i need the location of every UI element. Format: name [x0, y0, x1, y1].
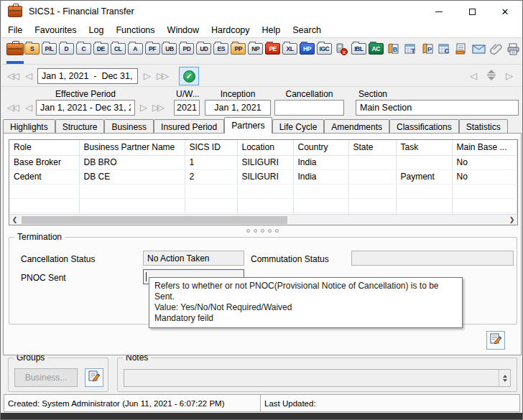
- table-cell[interactable]: DB CE: [79, 169, 185, 184]
- close-button[interactable]: ✕: [489, 1, 522, 22]
- table-cell[interactable]: [452, 184, 517, 198]
- pd-icon[interactable]: PD: [178, 41, 195, 61]
- confirm-button[interactable]: ✓: [179, 67, 199, 85]
- pe-icon[interactable]: PE: [264, 41, 281, 61]
- tab-amendments[interactable]: Amendments: [324, 119, 389, 134]
- menu-item[interactable]: Log: [89, 25, 104, 35]
- nav-right-button[interactable]: ▷: [506, 71, 513, 80]
- table-cell[interactable]: Base Broker: [9, 155, 79, 169]
- table-cell[interactable]: [348, 198, 396, 213]
- notes-field[interactable]: [124, 369, 511, 387]
- table-t-icon[interactable]: T: [402, 41, 419, 61]
- table-row[interactable]: CedentDB CE2SILIGURIIndiaPaymentNo: [9, 169, 517, 184]
- effective-period-field[interactable]: [36, 100, 135, 116]
- commutation-status-field[interactable]: [351, 251, 514, 266]
- table-row[interactable]: [9, 184, 517, 198]
- np-icon[interactable]: NP: [247, 41, 264, 61]
- uw-year-field[interactable]: [174, 100, 200, 116]
- scroll-left-icon[interactable]: ❮: [9, 216, 20, 223]
- tab-partners[interactable]: Partners: [224, 117, 272, 134]
- pf-icon[interactable]: PF: [144, 41, 161, 61]
- first-record-button[interactable]: ◁◁: [7, 71, 17, 80]
- menu-item[interactable]: Hardcopy: [211, 25, 250, 35]
- nav-left-button[interactable]: ◁: [470, 71, 477, 80]
- table-c-icon[interactable]: C: [437, 41, 453, 61]
- tab-structure[interactable]: Structure: [55, 119, 105, 134]
- paperclip-icon[interactable]: [488, 41, 504, 61]
- table-cell[interactable]: [396, 155, 452, 169]
- printer-icon[interactable]: [505, 41, 522, 61]
- splitter-handle[interactable]: [4, 228, 521, 233]
- table-cell[interactable]: [348, 155, 396, 169]
- table-cell[interactable]: Payment: [396, 169, 452, 184]
- updown-splitter-icon[interactable]: [487, 70, 496, 80]
- column-header[interactable]: Country: [293, 140, 348, 155]
- column-header[interactable]: Task: [396, 140, 452, 155]
- table-cell[interactable]: No: [452, 155, 517, 169]
- table-cell[interactable]: [452, 198, 517, 213]
- menu-item[interactable]: Functions: [116, 25, 154, 35]
- column-header[interactable]: SICS ID: [185, 140, 237, 155]
- tab-business[interactable]: Business: [104, 119, 154, 134]
- effective-next-button[interactable]: ▷: [140, 103, 147, 112]
- effective-first-button[interactable]: ◁◁: [7, 103, 17, 112]
- tab-life-cycle[interactable]: Life Cycle: [272, 119, 325, 134]
- table-cell[interactable]: [9, 184, 79, 198]
- tab-classifications[interactable]: Classifications: [389, 119, 459, 134]
- menu-item[interactable]: Search: [292, 25, 321, 35]
- menu-item[interactable]: File: [8, 25, 22, 35]
- xl-icon[interactable]: XL: [282, 41, 298, 61]
- inception-field[interactable]: [205, 100, 271, 116]
- effective-prev-button[interactable]: ◁: [25, 103, 32, 112]
- es-icon[interactable]: ES: [213, 41, 229, 61]
- envelope-icon[interactable]: [471, 41, 487, 61]
- book-b-icon[interactable]: B: [385, 41, 402, 61]
- table-cell[interactable]: [348, 184, 396, 198]
- edit-notes-button[interactable]: [486, 331, 505, 350]
- pl-icon[interactable]: P/L: [41, 41, 57, 61]
- cancellation-field[interactable]: [274, 100, 344, 116]
- last-record-button[interactable]: ▷▷: [157, 71, 167, 80]
- tab-insured-period[interactable]: Insured Period: [154, 119, 224, 134]
- tool-error-icon[interactable]: x: [333, 41, 350, 61]
- briefcase-icon[interactable]: [6, 41, 23, 61]
- hp-icon[interactable]: HP: [299, 41, 315, 61]
- table-cell[interactable]: 1: [185, 155, 237, 169]
- horizontal-scrollbar[interactable]: ❮ ❯: [9, 214, 517, 225]
- table-cell[interactable]: No: [452, 169, 517, 184]
- previous-record-button[interactable]: ◁: [25, 71, 32, 80]
- cancellation-status-field[interactable]: No Action Taken: [143, 251, 244, 266]
- next-record-button[interactable]: ▷: [144, 71, 151, 80]
- column-header[interactable]: Business Partner Name: [79, 140, 185, 155]
- tab-highlights[interactable]: Highlights: [3, 119, 55, 134]
- list-icon[interactable]: [453, 41, 470, 61]
- ud-icon[interactable]: UD: [195, 41, 212, 61]
- tab-statistics[interactable]: Statistics: [459, 119, 508, 134]
- book-p-icon[interactable]: P: [420, 41, 436, 61]
- table-cell[interactable]: [237, 198, 293, 213]
- table-cell[interactable]: [185, 198, 237, 213]
- table-cell[interactable]: SILIGURI: [237, 169, 293, 184]
- menu-item[interactable]: Help: [262, 25, 281, 35]
- column-header[interactable]: Main Base ...: [452, 140, 517, 155]
- table-row[interactable]: [9, 198, 517, 213]
- table-cell[interactable]: [396, 184, 452, 198]
- table-cell[interactable]: India: [293, 155, 348, 169]
- table-cell[interactable]: [79, 184, 185, 198]
- pp-icon[interactable]: PP: [230, 41, 246, 61]
- table-cell[interactable]: SILIGURI: [237, 155, 293, 169]
- scroll-right-icon[interactable]: ❯: [506, 216, 517, 223]
- section-field[interactable]: [356, 100, 519, 116]
- table-cell[interactable]: [348, 169, 396, 184]
- table-cell[interactable]: India: [293, 169, 348, 184]
- period-range-field[interactable]: [37, 68, 138, 84]
- ub-icon[interactable]: UB: [162, 41, 178, 61]
- effective-last-button[interactable]: ▷▷: [152, 103, 162, 112]
- table-cell[interactable]: DB BRO: [79, 155, 185, 169]
- cl-icon[interactable]: CL: [110, 41, 126, 61]
- table-cell[interactable]: Cedent: [9, 169, 79, 184]
- table-cell[interactable]: 2: [185, 169, 237, 184]
- ac-icon[interactable]: AC: [368, 41, 384, 61]
- table-row[interactable]: Base BrokerDB BRO1SILIGURIIndiaNo: [9, 155, 517, 169]
- ibl-icon[interactable]: IBL: [351, 41, 367, 61]
